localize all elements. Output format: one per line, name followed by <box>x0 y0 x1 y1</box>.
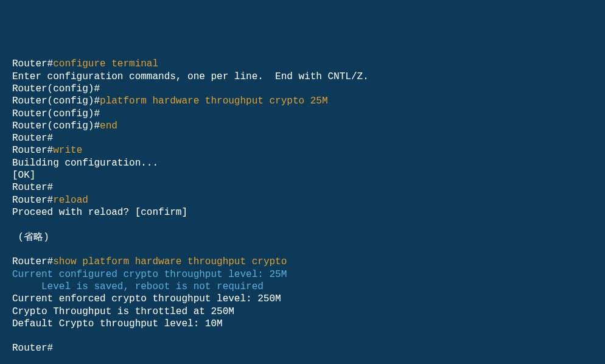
terminal-output[interactable]: Router#configure terminalEnter configura… <box>12 58 593 355</box>
terminal-line <box>12 243 593 256</box>
output-text: [OK] <box>12 170 35 181</box>
prompt-text: Router(config)# <box>12 96 100 107</box>
terminal-line: Router# <box>12 132 593 144</box>
terminal-line: Router#configure terminal <box>12 58 593 70</box>
terminal-line: Proceed with reload? [confirm] <box>12 206 593 219</box>
command-text: write <box>53 145 82 156</box>
terminal-line: Router#show platform hardware throughput… <box>12 256 593 268</box>
terminal-line: Router(config)#end <box>12 120 593 132</box>
output-text: Building configuration... <box>12 158 158 169</box>
output-text: Default Crypto throughput level: 10M <box>12 318 223 329</box>
command-text: configure terminal <box>53 58 158 69</box>
command-text: end <box>100 121 117 131</box>
terminal-line: Router(config)# <box>12 83 593 95</box>
prompt-text: Router(config)# <box>12 121 100 131</box>
terminal-line: Router(config)#platform hardware through… <box>12 95 593 107</box>
terminal-line: (省略) <box>12 231 593 243</box>
terminal-line: Building configuration... <box>12 157 593 169</box>
info-text: Current configured crypto throughput lev… <box>12 269 287 280</box>
output-text: Current enforced crypto throughput level… <box>12 293 281 304</box>
output-text: Crypto Throughput is throttled at 250M <box>12 306 234 317</box>
terminal-line: Default Crypto throughput level: 10M <box>12 318 593 330</box>
terminal-line: Level is saved, reboot is not required <box>12 281 593 293</box>
terminal-line: Current enforced crypto throughput level… <box>12 293 593 305</box>
terminal-line <box>12 330 593 342</box>
prompt-text: Router# <box>12 256 53 267</box>
output-text: Proceed with reload? [confirm] <box>12 207 187 218</box>
info-text: Level is saved, reboot is not required <box>12 281 264 292</box>
terminal-line: Router# <box>12 342 593 354</box>
output-text: (省略) <box>12 232 49 243</box>
prompt-text: Router(config)# <box>12 83 100 94</box>
terminal-line: Router(config)# <box>12 108 593 120</box>
terminal-line: Router#write <box>12 144 593 156</box>
terminal-line <box>12 219 593 231</box>
terminal-line: [OK] <box>12 169 593 181</box>
command-text: show platform hardware throughput crypto <box>53 256 287 267</box>
terminal-line: Router# <box>12 181 593 194</box>
prompt-text: Router# <box>12 195 53 206</box>
terminal-line: Router#reload <box>12 194 593 206</box>
terminal-line: Crypto Throughput is throttled at 250M <box>12 306 593 318</box>
terminal-line: Current configured crypto throughput lev… <box>12 268 593 281</box>
prompt-text: Router# <box>12 182 53 193</box>
prompt-text: Router# <box>12 58 53 69</box>
prompt-text: Router# <box>12 343 53 354</box>
output-text: Enter configuration commands, one per li… <box>12 71 369 82</box>
command-text: reload <box>53 195 88 206</box>
terminal-line: Enter configuration commands, one per li… <box>12 71 593 83</box>
prompt-text: Router(config)# <box>12 108 100 119</box>
command-text: platform hardware throughput crypto 25M <box>100 96 327 107</box>
prompt-text: Router# <box>12 133 53 144</box>
prompt-text: Router# <box>12 145 53 156</box>
